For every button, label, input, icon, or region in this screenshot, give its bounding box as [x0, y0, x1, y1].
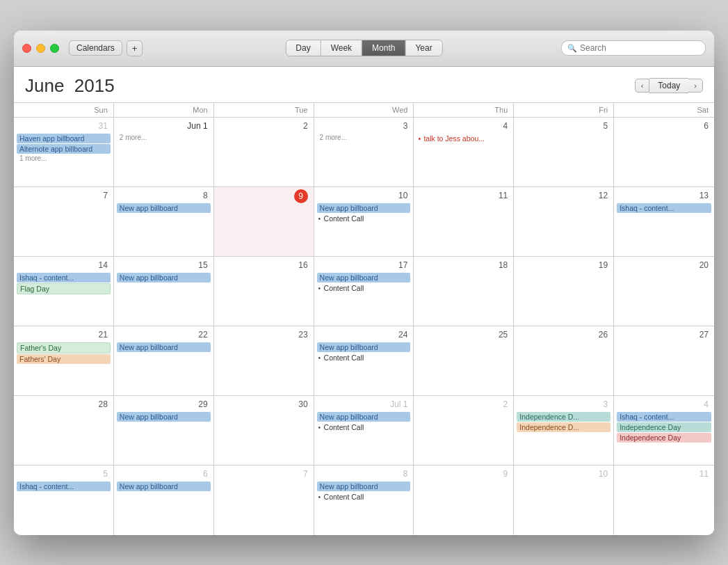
cal-cell-3-0[interactable]: 21Father's DayFathers' Day	[14, 326, 114, 395]
day-number: Jul 1	[317, 398, 411, 411]
calendars-button[interactable]: Calendars	[69, 40, 122, 56]
event[interactable]: New app billboard	[117, 203, 211, 213]
cal-cell-3-3[interactable]: 24New app billboardContent Call	[314, 326, 414, 395]
event[interactable]: 2 more...	[117, 134, 211, 141]
event[interactable]: Independence D...	[517, 412, 610, 422]
event[interactable]: Independence D...	[517, 422, 610, 432]
event[interactable]: Content Call	[317, 214, 411, 223]
cal-cell-0-0[interactable]: 31Haven app billboardAlternote app billb…	[14, 118, 114, 186]
view-month-button[interactable]: Month	[362, 40, 405, 56]
cal-cell-1-3[interactable]: 10New app billboardContent Call	[314, 187, 414, 256]
event[interactable]: New app billboard	[317, 482, 411, 491]
view-week-button[interactable]: Week	[321, 40, 362, 56]
cal-cell-5-4[interactable]: 9	[414, 465, 514, 535]
event[interactable]: New app billboard	[317, 273, 411, 282]
cal-cell-2-6[interactable]: 20	[614, 257, 714, 326]
cal-cell-5-3[interactable]: 8New app billboardContent Call	[314, 465, 414, 535]
minimize-button[interactable]	[36, 44, 45, 53]
cal-cell-2-1[interactable]: 15New app billboard	[114, 257, 214, 326]
search-bar[interactable]: 🔍	[561, 40, 706, 56]
dow-header-mon: Mon	[114, 103, 214, 117]
cal-cell-0-1[interactable]: Jun 12 more...	[114, 118, 214, 186]
event[interactable]: Ishaq - content...	[617, 412, 711, 422]
cal-cell-2-0[interactable]: 14Ishaq - content...Flag Day	[14, 257, 114, 326]
cal-cell-4-0[interactable]: 28	[14, 396, 114, 465]
event[interactable]: Independence Day	[617, 433, 711, 443]
event[interactable]: Content Call	[317, 422, 411, 432]
cal-cell-4-1[interactable]: 29New app billboard	[114, 396, 214, 465]
view-year-button[interactable]: Year	[405, 40, 442, 56]
cal-cell-2-4[interactable]: 18	[414, 257, 514, 326]
event[interactable]: Content Call	[317, 283, 411, 293]
event[interactable]: New app billboard	[117, 482, 211, 491]
event[interactable]: Haven app billboard	[17, 134, 111, 143]
event[interactable]: talk to Jess abou...	[416, 134, 510, 143]
event[interactable]: New app billboard	[317, 342, 411, 352]
event[interactable]: Independence Day	[617, 422, 711, 432]
cal-cell-2-5[interactable]: 19	[514, 257, 614, 326]
cal-cell-5-0[interactable]: 5Ishaq - content...	[14, 465, 114, 535]
cal-cell-2-3[interactable]: 17New app billboardContent Call	[314, 257, 414, 326]
cal-cell-1-5[interactable]: 12	[514, 187, 614, 256]
cal-cell-3-4[interactable]: 25	[414, 326, 514, 395]
day-number: 11	[416, 189, 510, 202]
cal-cell-4-2[interactable]: 30	[214, 396, 314, 465]
cal-cell-3-5[interactable]: 26	[514, 326, 614, 395]
dow-header-thu: Thu	[414, 103, 514, 117]
event[interactable]: Content Call	[317, 492, 411, 502]
view-day-button[interactable]: Day	[286, 40, 321, 56]
today-button[interactable]: Today	[649, 78, 688, 93]
cal-cell-0-6[interactable]: 6	[614, 118, 714, 186]
cal-cell-3-2[interactable]: 23	[214, 326, 314, 395]
cal-cell-4-5[interactable]: 3Independence D...Independence D...	[514, 396, 614, 465]
cal-cell-0-2[interactable]: 2	[214, 118, 314, 186]
cal-cell-5-1[interactable]: 6New app billboard	[114, 465, 214, 535]
day-number: 13	[617, 189, 711, 202]
day-number: 24	[317, 328, 411, 341]
cal-cell-1-1[interactable]: 8New app billboard	[114, 187, 214, 256]
dow-headers: SunMonTueWedThuFriSat	[14, 102, 714, 118]
cal-cell-0-4[interactable]: 4talk to Jess abou...	[414, 118, 514, 186]
event[interactable]: Fathers' Day	[17, 354, 111, 364]
event[interactable]: New app billboard	[117, 342, 211, 352]
event[interactable]: Father's Day	[17, 342, 111, 353]
cal-cell-4-4[interactable]: 2	[414, 396, 514, 465]
event[interactable]: New app billboard	[317, 203, 411, 213]
cal-cell-3-6[interactable]: 27	[614, 326, 714, 395]
cal-cell-4-3[interactable]: Jul 1New app billboardContent Call	[314, 396, 414, 465]
close-button[interactable]	[22, 44, 31, 53]
cal-cell-4-6[interactable]: 4Ishaq - content...Independence DayIndep…	[614, 396, 714, 465]
event[interactable]: New app billboard	[317, 412, 411, 422]
day-number: 23	[217, 328, 311, 341]
search-icon: 🔍	[567, 44, 577, 53]
search-input[interactable]	[580, 43, 699, 53]
event[interactable]: New app billboard	[117, 412, 211, 422]
add-calendar-button[interactable]: +	[127, 40, 143, 56]
cal-cell-5-2[interactable]: 7	[214, 465, 314, 535]
next-month-button[interactable]: ›	[688, 79, 703, 93]
day-number: 22	[117, 328, 211, 341]
event[interactable]: Ishaq - content...	[17, 273, 111, 282]
titlebar: Calendars + Day Week Month Year 🔍	[14, 31, 714, 67]
event[interactable]: New app billboard	[117, 273, 211, 282]
cal-cell-1-4[interactable]: 11	[414, 187, 514, 256]
event[interactable]: Ishaq - content...	[17, 482, 111, 491]
cal-cell-0-5[interactable]: 5	[514, 118, 614, 186]
event[interactable]: Content Call	[317, 353, 411, 363]
cal-cell-5-5[interactable]: 10	[514, 465, 614, 535]
cal-cell-0-3[interactable]: 32 more...	[314, 118, 414, 186]
cal-cell-2-2[interactable]: 16	[214, 257, 314, 326]
day-number: 17	[317, 259, 411, 271]
cal-cell-1-0[interactable]: 7	[14, 187, 114, 256]
cal-cell-3-1[interactable]: 22New app billboard	[114, 326, 214, 395]
event[interactable]: Flag Day	[17, 283, 111, 294]
event[interactable]: 2 more...	[317, 134, 411, 141]
prev-month-button[interactable]: ‹	[635, 79, 650, 93]
event[interactable]: Ishaq - content...	[617, 203, 711, 213]
cal-cell-1-2[interactable]: 9	[214, 187, 314, 256]
event[interactable]: 1 more...	[17, 154, 111, 162]
cal-cell-1-6[interactable]: 13Ishaq - content...	[614, 187, 714, 256]
event[interactable]: Alternote app billboard	[17, 144, 111, 154]
cal-cell-5-6[interactable]: 11	[614, 465, 714, 535]
fullscreen-button[interactable]	[50, 44, 59, 53]
